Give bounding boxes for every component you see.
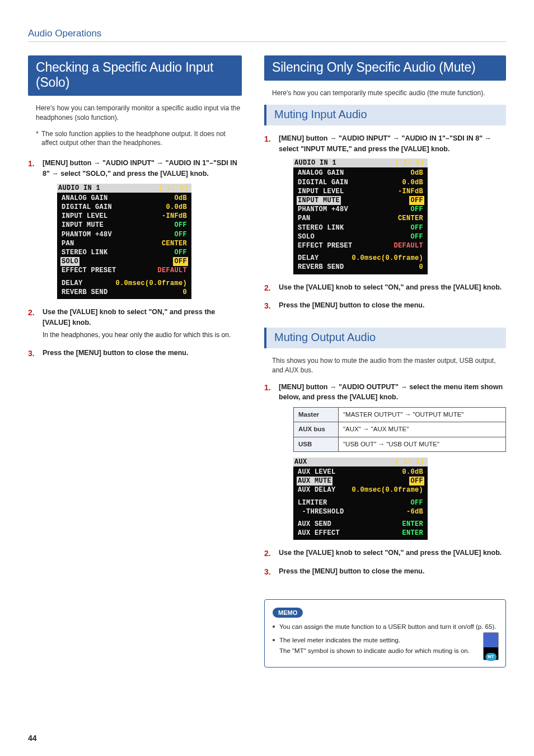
- mute-in-step3: Press the [MENU] button to close the men…: [279, 301, 424, 309]
- memo-item: The level meter indicates the mute setti…: [273, 636, 498, 656]
- mute-title: Silencing Only Specific Audio (Mute): [264, 55, 506, 81]
- mute-out-step1: [MENU] button → "AUDIO OUTPUT" → select …: [279, 383, 503, 402]
- solo-steps: [MENU] button → "AUDIO INPUT" → "AUDIO I…: [28, 158, 242, 358]
- solo-lcd: AUDIO IN 1( 1/ 5)ANALOG GAINOdBDIGITAL G…: [57, 184, 191, 299]
- mute-out-step2: Use the [VALUE] knob to select "ON," and…: [279, 549, 502, 557]
- level-meter-icon: [483, 632, 499, 660]
- mute-output-steps: [MENU] button → "AUDIO OUTPUT" → select …: [264, 382, 506, 577]
- solo-note: The solo function applies to the headpho…: [36, 129, 242, 148]
- mute-in-step2: Use the [VALUE] knob to select "ON," and…: [279, 283, 502, 291]
- mute-out-table: Master"MASTER OUTPUT" → "OUTPUT MUTE"AUX…: [293, 407, 506, 452]
- solo-title: Checking a Specific Audio Input (Solo): [28, 55, 242, 96]
- solo-intro: Here's how you can temporarily monitor a…: [36, 104, 242, 123]
- mute-in-lcd: AUDIO IN 1( 1/ 5)ANALOG GAINOdBDIGITAL G…: [293, 158, 428, 274]
- mute-output-title: Muting Output Audio: [264, 328, 506, 348]
- mute-input-title: Muting Input Audio: [264, 105, 506, 125]
- mute-input-steps: [MENU] button → "AUDIO INPUT" → "AUDIO I…: [264, 133, 506, 311]
- mute-out-intro: This shows you how to mute the audio fro…: [272, 356, 506, 375]
- mute-out-lcd: AUX( 1/ 1)AUX LEVEL0.0dBAUX MUTEOFFAUX D…: [293, 458, 428, 540]
- solo-step2: Use the [VALUE] knob to select "ON," and…: [43, 308, 215, 326]
- left-column: Checking a Specific Audio Input (Solo) H…: [28, 55, 242, 668]
- solo-step3: Press the [MENU] button to close the men…: [43, 349, 188, 357]
- mute-in-step1: [MENU] button → "AUDIO INPUT" → "AUDIO I…: [279, 134, 491, 153]
- right-column: Silencing Only Specific Audio (Mute) Her…: [264, 55, 506, 668]
- section-header: Audio Operations: [28, 28, 506, 42]
- page-number: 44: [28, 734, 37, 743]
- memo-item: You can assign the mute function to a US…: [273, 622, 498, 632]
- mute-intro: Here's how you can temporarily mute spec…: [272, 88, 506, 98]
- mute-out-step3: Press the [MENU] button to close the men…: [279, 567, 424, 575]
- solo-step2-sub: In the headphones, you hear only the aud…: [43, 330, 242, 340]
- memo-tag: MEMO: [273, 608, 303, 618]
- solo-step1: [MENU] button → "AUDIO INPUT" → "AUDIO I…: [43, 159, 237, 178]
- memo-box: MEMO You can assign the mute function to…: [264, 599, 506, 668]
